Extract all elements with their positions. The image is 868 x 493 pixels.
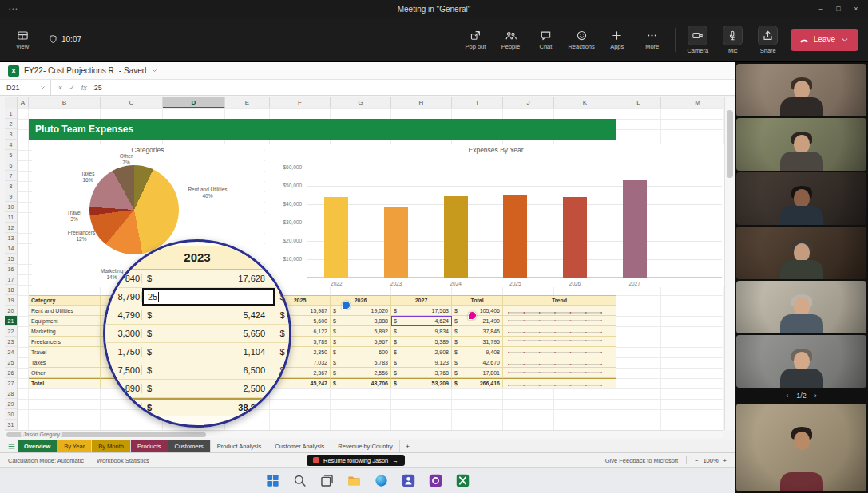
participant-video-tile[interactable]: [736, 172, 866, 225]
column-header-H[interactable]: H: [391, 97, 452, 108]
row-header-15[interactable]: 15: [5, 254, 18, 264]
value-cell[interactable]: $9,834: [391, 326, 452, 337]
file-explorer-icon[interactable]: [344, 471, 363, 491]
value-cell[interactable]: $266,416: [452, 378, 503, 388]
value-cell[interactable]: $43,706: [331, 378, 391, 388]
row-header-10[interactable]: 10: [5, 202, 18, 212]
value-cell[interactable]: $2,556: [331, 368, 391, 378]
sheet-tab-by-month[interactable]: By Month: [92, 440, 131, 453]
apps-button[interactable]: Apps: [604, 30, 630, 50]
more-button[interactable]: More: [640, 30, 665, 50]
category-cell[interactable]: Other: [29, 368, 101, 378]
row-header-11[interactable]: 11: [5, 212, 18, 223]
column-header-C[interactable]: C: [101, 97, 163, 108]
sheet-tab-overview[interactable]: Overview: [18, 440, 57, 453]
row-header-31[interactable]: 31: [5, 420, 18, 430]
row-header-19[interactable]: 19: [5, 295, 18, 306]
workbook-statistics[interactable]: Workbook Statistics: [97, 457, 149, 464]
teams-icon[interactable]: [398, 471, 418, 491]
leave-button[interactable]: Leave: [791, 29, 858, 51]
participant-video-tile[interactable]: [736, 118, 866, 171]
trend-cell[interactable]: [503, 326, 616, 337]
edge-icon[interactable]: [371, 471, 390, 491]
vertical-scrollbar[interactable]: [724, 97, 735, 430]
feedback-link[interactable]: Give Feedback to Microsoft: [605, 457, 678, 464]
column-header-E[interactable]: E: [225, 97, 270, 108]
trend-cell[interactable]: [503, 306, 616, 316]
share-button[interactable]: Share: [755, 26, 781, 54]
sheet-tab-customers[interactable]: Customers: [168, 440, 211, 453]
horizontal-scrollbar[interactable]: [5, 430, 723, 438]
value-cell[interactable]: $2,908: [391, 347, 452, 357]
close-button[interactable]: ×: [847, 0, 865, 18]
value-cell[interactable]: $3,888: [331, 316, 391, 326]
value-cell[interactable]: $9,408: [452, 347, 503, 357]
name-box[interactable]: D21: [0, 80, 51, 95]
row-header-24[interactable]: 24: [5, 347, 18, 357]
category-cell[interactable]: Travel: [29, 347, 101, 357]
table-header-cell[interactable]: Trend: [503, 295, 616, 306]
participant-video-tile[interactable]: [736, 335, 866, 388]
mic-button[interactable]: Mic: [720, 26, 746, 54]
value-cell[interactable]: $5,783: [331, 357, 391, 368]
reactions-button[interactable]: Reactions: [568, 30, 594, 50]
row-header-3[interactable]: 3: [5, 129, 18, 140]
row-header-12[interactable]: 12: [5, 223, 18, 233]
confirm-entry-icon[interactable]: ✓: [69, 84, 75, 92]
participant-video-tile[interactable]: [736, 227, 866, 279]
participant-video-tile[interactable]: [736, 281, 866, 333]
table-header-cell[interactable]: Category: [29, 295, 101, 306]
row-header-13[interactable]: 13: [5, 233, 18, 243]
row-header-30[interactable]: 30: [5, 409, 18, 420]
row-header-2[interactable]: 2: [5, 119, 18, 129]
row-header-6[interactable]: 6: [5, 160, 18, 171]
sheet-tab-by-year[interactable]: By Year: [57, 440, 92, 453]
column-header-D[interactable]: D: [163, 97, 225, 108]
row-header-8[interactable]: 8: [5, 181, 18, 191]
next-page-icon[interactable]: ›: [814, 392, 817, 400]
resume-following-button[interactable]: Resume following Jason →: [307, 455, 405, 466]
column-header-F[interactable]: F: [270, 97, 331, 108]
value-cell[interactable]: $42,670: [452, 357, 503, 368]
row-header-23[interactable]: 23: [5, 337, 18, 347]
row-header-26[interactable]: 26: [5, 368, 18, 378]
value-cell[interactable]: $17,801: [452, 368, 503, 378]
sheet-tab-products[interactable]: Products: [131, 440, 168, 453]
table-header-cell[interactable]: Total: [452, 295, 503, 306]
row-header-16[interactable]: 16: [5, 264, 18, 274]
value-cell[interactable]: $17,563: [391, 306, 452, 316]
row-header-27[interactable]: 27: [5, 378, 18, 388]
formula-input[interactable]: 25: [94, 84, 102, 92]
search-icon[interactable]: [290, 471, 309, 491]
column-header-K[interactable]: K: [554, 97, 616, 108]
category-cell[interactable]: Freelancers: [29, 337, 101, 347]
cell-editor[interactable]: 25: [142, 288, 275, 306]
participant-video-tile[interactable]: [736, 404, 866, 491]
view-button[interactable]: View: [10, 30, 35, 50]
row-header-14[interactable]: 14: [5, 243, 18, 254]
row-header-4[interactable]: 4: [5, 140, 18, 150]
chevron-down-icon[interactable]: [151, 67, 158, 74]
row-header-7[interactable]: 7: [5, 171, 18, 181]
value-cell[interactable]: $3,768: [391, 368, 452, 378]
table-header-cell[interactable]: 2027: [391, 295, 452, 306]
row-header-21[interactable]: 21: [5, 316, 18, 326]
new-sheet-button[interactable]: +: [400, 443, 415, 451]
row-header-9[interactable]: 9: [5, 191, 18, 202]
insert-function-icon[interactable]: fx: [81, 84, 87, 92]
people-button[interactable]: People: [497, 30, 523, 50]
row-header-1[interactable]: 1: [5, 108, 18, 119]
category-cell[interactable]: Equipment: [29, 316, 101, 326]
column-header-I[interactable]: I: [452, 97, 503, 108]
value-cell[interactable]: $37,846: [452, 326, 503, 337]
column-header-L[interactable]: L: [616, 97, 661, 108]
category-cell[interactable]: Taxes: [29, 357, 101, 368]
category-cell[interactable]: Total: [29, 378, 101, 388]
column-header-G[interactable]: G: [331, 97, 391, 108]
row-header-28[interactable]: 28: [5, 388, 18, 399]
scrollbar-thumb[interactable]: [727, 110, 733, 178]
participant-video-tile[interactable]: [736, 64, 866, 116]
titlebar-more-menu[interactable]: ⋯: [8, 3, 18, 14]
zoom-out-button[interactable]: −: [695, 457, 698, 464]
camera-button[interactable]: Camera: [685, 26, 711, 54]
